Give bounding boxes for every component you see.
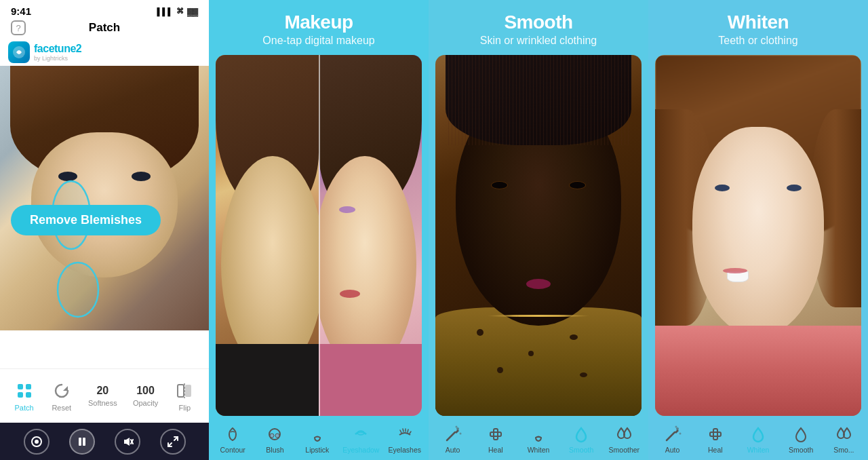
svg-rect-5 xyxy=(18,392,23,398)
whiten-tools: Auto Heal Whiten xyxy=(648,416,868,460)
patch-label: Patch xyxy=(15,404,34,412)
battery-icon: ▓▓ xyxy=(187,7,198,16)
photo-area[interactable]: Remove Blemishes xyxy=(0,66,209,330)
svg-marker-34 xyxy=(455,429,459,434)
makeup-panel: Makeup One-tap digital makeup xyxy=(209,0,429,460)
whiten-tool-smoother[interactable]: Smo... xyxy=(827,424,861,454)
phone-toolbar: Patch Reset 20 Softness 100 Opacity xyxy=(0,368,209,423)
flip-label: Flip xyxy=(179,404,191,412)
smooth-tool-smoother[interactable]: Smoother xyxy=(607,424,641,454)
tool-blush[interactable]: Blush xyxy=(258,424,292,454)
smooth-title: Smooth xyxy=(437,12,640,33)
eyelashes-label: Eyelashes xyxy=(389,446,421,454)
toolbar-flip[interactable]: Flip xyxy=(174,380,195,412)
lips-right xyxy=(340,290,360,298)
pattern-dot4 xyxy=(497,367,503,373)
svg-rect-3 xyxy=(18,384,23,389)
svg-rect-4 xyxy=(26,384,31,389)
lipstick-label: Lipstick xyxy=(305,446,329,454)
svg-point-25 xyxy=(270,434,274,438)
svg-line-31 xyxy=(408,429,408,432)
contour-label: Contour xyxy=(220,446,245,454)
smooth-image xyxy=(435,55,642,416)
after-side xyxy=(319,55,422,416)
svg-point-27 xyxy=(357,431,364,435)
smooth-whiten-icon xyxy=(530,424,547,444)
phone-panel: 9:41 ▌▌▌ ⌘ ▓▓ ? Patch facetune2 by Light… xyxy=(0,0,209,460)
logo-text-wrap: facetune2 by Lightricks xyxy=(34,43,81,62)
remove-blemishes-button[interactable]: Remove Blemishes xyxy=(11,205,161,235)
split-divider xyxy=(319,55,320,416)
whiten-tool-auto[interactable]: Auto xyxy=(656,424,690,454)
face-left xyxy=(221,156,319,372)
toolbar-patch[interactable]: Patch xyxy=(14,380,35,412)
whiten-auto-icon xyxy=(664,424,682,444)
whiten-drop-icon xyxy=(749,424,767,444)
smoother-label: Smoother xyxy=(609,446,640,454)
svg-point-44 xyxy=(675,425,677,427)
svg-line-32 xyxy=(410,432,411,434)
smoother-icon xyxy=(615,424,633,444)
expand-button[interactable] xyxy=(160,429,186,455)
softness-label: Softness xyxy=(88,399,117,407)
pause-button[interactable] xyxy=(69,429,95,455)
whiten-whiten-label: Whiten xyxy=(747,446,770,454)
smooth-tool-auto[interactable]: Auto xyxy=(436,424,470,454)
svg-line-29 xyxy=(403,429,403,432)
whiten-heal-label: Heal xyxy=(708,446,723,454)
page-title: Patch xyxy=(89,21,120,35)
smooth-heal-label: Heal xyxy=(488,446,503,454)
svg-marker-41 xyxy=(675,429,679,434)
toolbar-reset[interactable]: Reset xyxy=(51,380,73,412)
whiten-subtitle: Teeth or clothing xyxy=(656,35,860,47)
hair-smooth xyxy=(446,55,631,145)
logo-name: facetune2 xyxy=(34,43,81,55)
whiten-tool-smooth[interactable]: Smooth xyxy=(784,424,818,454)
smooth-drop-icon xyxy=(572,424,590,444)
pattern-dot1 xyxy=(477,329,484,336)
eyeshadow-icon xyxy=(352,424,370,444)
undo-button[interactable] xyxy=(24,429,50,455)
toolbar-softness[interactable]: 20 Softness xyxy=(88,385,117,407)
help-button[interactable]: ? xyxy=(11,20,26,35)
svg-rect-46 xyxy=(713,429,717,440)
svg-rect-13 xyxy=(79,438,81,446)
whiten-tool-whiten[interactable]: Whiten xyxy=(741,424,775,454)
pattern-dot3 xyxy=(570,334,578,340)
patch-overlays xyxy=(0,66,209,330)
reset-label: Reset xyxy=(52,404,71,412)
makeup-image xyxy=(216,55,422,416)
braid-pattern xyxy=(446,55,631,145)
lips-smooth xyxy=(526,279,551,289)
svg-marker-15 xyxy=(124,438,130,446)
whiten-panel: Whiten Teeth or clothing xyxy=(648,0,868,460)
tool-contour[interactable]: Contour xyxy=(216,424,250,454)
smooth-tool-smooth[interactable]: Smooth xyxy=(564,424,598,454)
tool-lipstick[interactable]: Lipstick xyxy=(300,424,334,454)
smooth-tool-heal[interactable]: Heal xyxy=(479,424,513,454)
whiten-tool-heal[interactable]: Heal xyxy=(698,424,732,454)
feature-panels: Makeup One-tap digital makeup xyxy=(209,0,868,460)
svg-point-36 xyxy=(459,432,461,434)
svg-point-26 xyxy=(275,434,279,438)
heal-icon xyxy=(487,424,505,444)
mute-button[interactable] xyxy=(115,429,140,455)
smooth-panel: Smooth Skin or wrinkled clothing xyxy=(429,0,648,460)
svg-point-42 xyxy=(676,427,679,430)
whiten-smooth-icon xyxy=(792,424,810,444)
svg-rect-39 xyxy=(494,429,498,440)
svg-marker-7 xyxy=(63,386,68,391)
smooth-tool-whiten[interactable]: Whiten xyxy=(521,424,555,454)
smooth-tools: Auto Heal Whiten xyxy=(429,416,648,460)
whiten-smoother-label: Smo... xyxy=(833,446,854,454)
toolbar-opacity[interactable]: 100 Opacity xyxy=(133,385,158,407)
patch-icon xyxy=(14,380,35,402)
tool-eyelashes[interactable]: Eyelashes xyxy=(388,424,422,454)
smooth-header: Smooth Skin or wrinkled clothing xyxy=(429,0,648,55)
whiten-title: Whiten xyxy=(656,12,860,33)
flip-icon xyxy=(174,380,195,402)
logo-icon xyxy=(8,41,30,63)
contour-icon xyxy=(224,424,241,444)
eye-right-smooth xyxy=(569,181,586,189)
tool-eyeshadow[interactable]: Eyeshadow xyxy=(342,424,379,454)
